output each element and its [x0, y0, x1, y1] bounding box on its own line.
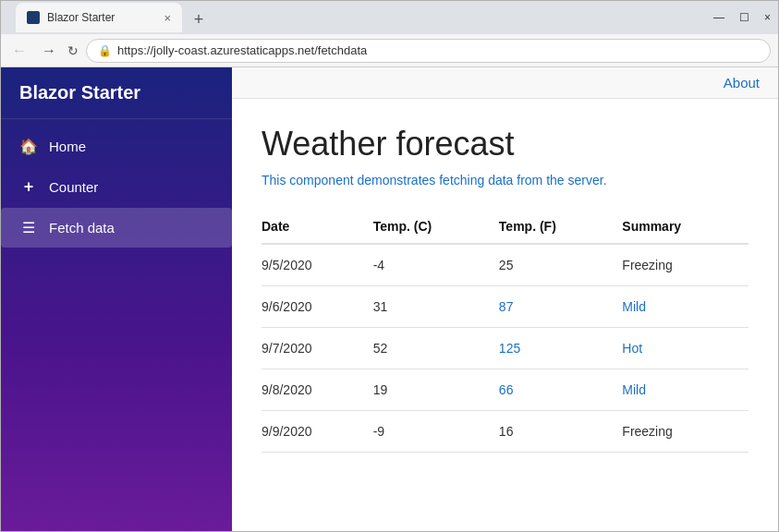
sidebar-nav: 🏠 Home + Counter ☰ Fetch data	[1, 119, 232, 255]
main-content: About Weather forecast This component de…	[232, 67, 778, 531]
address-bar-row: ← → ↻ 🔒 https://jolly-coast.azurestatica…	[1, 34, 778, 67]
cell-date: 9/7/2020	[262, 328, 373, 369]
app-content: Blazor Starter 🏠 Home + Counter ☰ Fetch …	[1, 67, 778, 531]
minimize-button[interactable]: —	[713, 11, 724, 24]
cell-temp-c: 31	[373, 286, 499, 328]
lock-icon: 🔒	[98, 44, 112, 57]
forward-button[interactable]: →	[38, 41, 60, 61]
main-header: About	[232, 67, 778, 99]
cell-summary: Mild	[622, 286, 749, 328]
tab-title: Blazor Starter	[47, 11, 115, 24]
cell-date: 9/6/2020	[262, 286, 373, 328]
cell-summary: Freezing	[622, 244, 749, 286]
cell-summary: Hot	[622, 328, 749, 369]
table-row: 9/6/2020 31 87 Mild	[262, 286, 749, 328]
cell-temp-c: 19	[373, 369, 499, 411]
nav-item-fetch-data[interactable]: ☰ Fetch data	[1, 208, 232, 248]
fetch-data-icon: ☰	[19, 219, 38, 236]
close-button[interactable]: ×	[764, 11, 771, 24]
nav-item-home[interactable]: 🏠 Home	[1, 127, 232, 166]
back-button[interactable]: ←	[8, 41, 30, 61]
cell-temp-c: 52	[373, 328, 499, 369]
table-body: 9/5/2020 -4 25 Freezing 9/6/2020 31 87 M…	[262, 244, 749, 453]
title-bar: Blazor Starter × + — ☐ ×	[1, 1, 778, 34]
nav-item-home-label: Home	[49, 139, 86, 154]
cell-temp-f: 66	[499, 369, 622, 411]
home-icon: 🏠	[19, 138, 38, 155]
browser-tab[interactable]: Blazor Starter ×	[16, 3, 182, 32]
cell-temp-f: 87	[499, 286, 622, 328]
table-row: 9/8/2020 19 66 Mild	[262, 369, 749, 411]
cell-summary: Freezing	[622, 411, 749, 453]
tab-close-button[interactable]: ×	[164, 11, 171, 25]
window-controls: — ☐ ×	[713, 11, 771, 24]
table-header-row: Date Temp. (C) Temp. (F) Summary	[262, 210, 749, 244]
col-temp-f: Temp. (F)	[499, 210, 622, 244]
maximize-button[interactable]: ☐	[739, 11, 749, 24]
nav-item-fetch-data-label: Fetch data	[49, 220, 115, 236]
tab-favicon	[27, 11, 40, 24]
col-summary: Summary	[622, 210, 749, 244]
col-temp-c: Temp. (C)	[373, 210, 499, 244]
table-row: 9/9/2020 -9 16 Freezing	[262, 411, 749, 453]
cell-temp-c: -4	[373, 244, 499, 286]
nav-item-counter[interactable]: + Counter	[1, 166, 232, 208]
weather-table: Date Temp. (C) Temp. (F) Summary 9/5/202…	[262, 210, 749, 453]
address-bar[interactable]: 🔒 https://jolly-coast.azurestaticapps.ne…	[86, 39, 771, 63]
page-title: Weather forecast	[262, 125, 749, 163]
main-body: Weather forecast This component demonstr…	[232, 99, 778, 478]
page-subtitle: This component demonstrates fetching dat…	[262, 173, 749, 187]
cell-temp-f: 125	[499, 328, 622, 369]
tab-bar: Blazor Starter × +	[8, 3, 219, 32]
cell-temp-f: 25	[499, 244, 622, 286]
cell-temp-c: -9	[373, 411, 499, 453]
browser-window: Blazor Starter × + — ☐ × ← → ↻ 🔒 https:/…	[0, 0, 779, 532]
sidebar: Blazor Starter 🏠 Home + Counter ☰ Fetch …	[1, 67, 232, 531]
table-row: 9/7/2020 52 125 Hot	[262, 328, 749, 369]
table-row: 9/5/2020 -4 25 Freezing	[262, 244, 749, 286]
cell-date: 9/5/2020	[262, 244, 373, 286]
refresh-button[interactable]: ↻	[67, 43, 79, 58]
sidebar-brand: Blazor Starter	[1, 67, 232, 119]
address-text: https://jolly-coast.azurestaticapps.net/…	[117, 43, 367, 57]
nav-item-counter-label: Counter	[49, 179, 98, 195]
counter-icon: +	[19, 177, 38, 197]
cell-date: 9/8/2020	[262, 369, 373, 411]
about-link[interactable]: About	[724, 75, 760, 91]
cell-summary: Mild	[622, 369, 749, 411]
cell-temp-f: 16	[499, 411, 622, 453]
cell-date: 9/9/2020	[262, 411, 373, 453]
new-tab-button[interactable]: +	[186, 6, 212, 32]
col-date: Date	[262, 210, 373, 244]
